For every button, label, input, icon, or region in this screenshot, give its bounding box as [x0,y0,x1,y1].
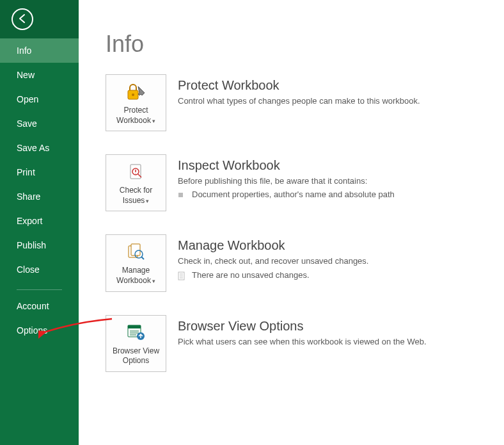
square-bullet-icon [178,191,185,198]
svg-point-1 [132,93,134,96]
svg-rect-6 [131,244,140,255]
button-label-line1: Manage [122,266,150,275]
dropdown-caret-icon: ▾ [152,118,155,124]
protect-workbook-button[interactable]: Protect Workbook▾ [106,74,166,131]
section-heading: Inspect Workbook [178,158,395,173]
sidebar-item-label: Close [17,264,40,275]
sidebar-item-share[interactable]: Share [0,184,79,209]
inspect-bullet: Document properties, author's name and a… [178,190,395,199]
manage-bullet: There are no unsaved changes. [178,270,368,280]
check-for-issues-button[interactable]: Check for Issues▾ [106,154,166,211]
bullet-text: There are no unsaved changes. [192,270,310,280]
sidebar-item-open[interactable]: Open [0,87,79,111]
back-button[interactable] [12,8,33,30]
section-heading: Manage Workbook [178,238,368,253]
button-label-line1: Browser View [113,346,159,355]
section-description: Before publishing this file, be aware th… [178,175,395,187]
section-description: Control what types of changes people can… [178,95,420,107]
info-panel: Info Protect Workbook▾ Protect Workbook … [79,0,504,445]
section-description: Pick what users can see when this workbo… [178,336,427,348]
section-heading: Browser View Options [178,319,427,334]
sidebar-item-info[interactable]: Info [0,38,79,63]
section-protect-workbook: Protect Workbook▾ Protect Workbook Contr… [106,74,504,131]
sidebar-item-label: Publish [17,240,46,250]
back-arrow-icon [17,13,28,26]
sidebar-item-label: Open [17,94,38,104]
button-label-line2: Workbook [116,116,151,125]
manage-document-icon [125,241,147,263]
page-title: Info [106,0,504,74]
sidebar-item-save-as[interactable]: Save As [0,136,79,160]
section-description: Check in, check out, and recover unsaved… [178,255,368,267]
sidebar-item-save[interactable]: Save [0,111,79,136]
sidebar-item-label: Print [17,167,35,177]
sidebar-item-options[interactable]: Options [0,318,79,343]
browser-view-options-button[interactable]: Browser View Options [106,315,166,372]
section-inspect-workbook: Check for Issues▾ Inspect Workbook Befor… [106,154,504,211]
button-label-line2: Workbook [116,276,151,285]
sidebar-item-label: Info [17,45,31,56]
sidebar-item-label: Share [17,191,40,202]
button-label-line2: Options [123,356,149,365]
sidebar-item-new[interactable]: New [0,63,79,87]
button-label-line1: Check for [120,186,152,195]
browser-view-icon [125,322,147,344]
section-browser-view-options: Browser View Options Browser View Option… [106,315,504,372]
sidebar-item-close[interactable]: Close [0,257,79,282]
dropdown-caret-icon: ▾ [152,278,155,284]
bullet-text: Document properties, author's name and a… [192,190,395,199]
button-label-line2: Issues [123,196,145,205]
sidebar-item-label: Account [17,301,49,311]
dropdown-caret-icon: ▾ [146,198,149,204]
sidebar-item-label: Export [17,216,42,226]
sidebar-item-publish[interactable]: Publish [0,233,79,257]
sidebar-divider [17,289,62,290]
section-manage-workbook: Manage Workbook▾ Manage Workbook Check i… [106,234,504,291]
backstage-sidebar: Info New Open Save Save As Print Share E… [0,0,79,445]
sidebar-item-label: Save [17,118,37,129]
sidebar-item-label: Options [17,325,47,336]
svg-rect-10 [128,325,141,328]
sidebar-header [0,0,79,38]
button-label-line1: Protect [123,106,148,115]
sidebar-item-label: New [17,70,35,80]
manage-workbook-button[interactable]: Manage Workbook▾ [106,234,166,291]
sidebar-item-account[interactable]: Account [0,294,79,318]
sidebar-item-print[interactable]: Print [0,160,79,184]
document-small-icon [178,271,185,279]
sidebar-item-label: Save As [17,143,49,153]
section-heading: Protect Workbook [178,78,420,93]
lock-key-icon [125,81,147,103]
svg-rect-4 [178,193,183,197]
inspect-document-icon [125,161,147,183]
sidebar-item-export[interactable]: Export [0,209,79,233]
